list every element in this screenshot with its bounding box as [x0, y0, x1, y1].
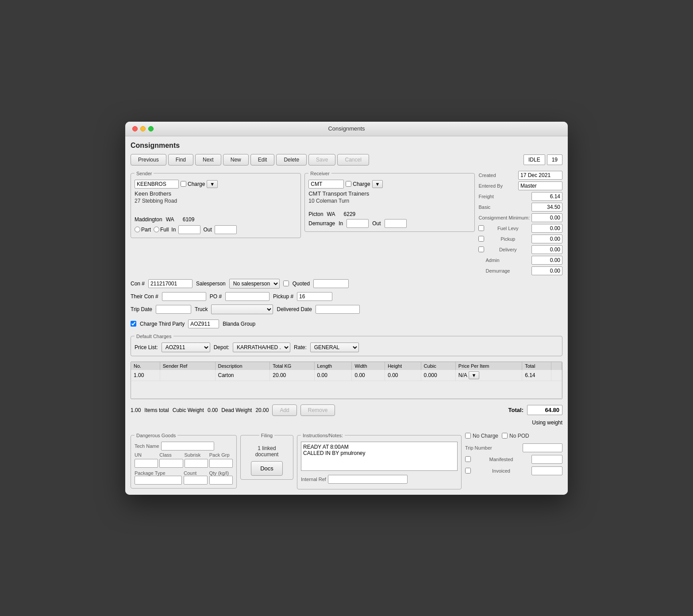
sender-in-input[interactable] [178, 225, 200, 234]
fuel-levy-input[interactable] [531, 224, 562, 233]
sender-part-radio: Part [135, 227, 151, 233]
fuel-levy-checkbox[interactable] [478, 225, 484, 231]
receiver-code-input[interactable] [308, 180, 344, 189]
receiver-dropdown-btn[interactable]: ▼ [372, 180, 383, 188]
pickup-num-input[interactable] [297, 292, 332, 301]
next-button[interactable]: Next [195, 154, 221, 166]
new-button[interactable]: New [223, 154, 249, 166]
cubic-weight-label: Cubic Weight [173, 407, 204, 413]
save-button[interactable]: Save [308, 154, 335, 166]
docs-button[interactable]: Docs [251, 461, 283, 476]
trip-number-label: Trip Number [465, 445, 492, 450]
manifested-input[interactable] [531, 455, 562, 464]
traffic-lights [132, 126, 154, 131]
delivered-date-input[interactable] [316, 305, 360, 314]
status-indicator: IDLE [524, 154, 545, 165]
trip-date-label: Trip Date [131, 306, 152, 312]
un-input[interactable] [135, 459, 158, 468]
quoted-input[interactable] [313, 279, 349, 288]
close-button[interactable] [132, 126, 138, 131]
sender-dropdown-btn[interactable]: ▼ [207, 180, 218, 188]
sender-full-radio-input[interactable] [154, 227, 159, 232]
receiver-charge-label: Charge [353, 181, 370, 187]
basic-input[interactable] [531, 203, 562, 212]
freight-input[interactable] [531, 192, 562, 201]
third-party-code-input[interactable] [188, 320, 219, 328]
salesperson-select[interactable]: No salesperson [229, 279, 280, 289]
find-button[interactable]: Find [168, 154, 193, 166]
cancel-button[interactable]: Cancel [337, 154, 369, 166]
internal-ref-label: Internal Ref [301, 477, 326, 482]
invoiced-checkbox[interactable] [465, 468, 471, 474]
sender-part-radio-input[interactable] [135, 227, 140, 232]
price-dropdown-btn[interactable]: ▼ [469, 371, 480, 379]
salesperson-label: Salesperson [196, 281, 226, 287]
pickup-row: Pickup [478, 235, 562, 243]
total-value: 64.80 [527, 405, 562, 415]
fuel-levy-label: Fuel Levy [497, 226, 519, 231]
tech-name-input[interactable] [161, 442, 214, 450]
col-height: Height [385, 362, 421, 370]
internal-ref-input[interactable] [328, 475, 408, 484]
demurrage-out-input[interactable] [385, 219, 407, 228]
admin-input[interactable] [531, 256, 562, 265]
class-label: Class [159, 452, 183, 458]
count-group: Count [184, 470, 208, 485]
pickup-checkbox[interactable] [478, 236, 484, 242]
dg-legend: Dangerous Goods [135, 433, 177, 438]
notes-textarea[interactable]: READY AT 8:00AM CALLED IN BY pmulroney [301, 442, 458, 471]
add-button[interactable]: Add [272, 404, 296, 416]
created-input[interactable] [518, 171, 562, 180]
truck-select[interactable] [211, 304, 273, 314]
delete-button[interactable]: Delete [276, 154, 307, 166]
demurrage-in-input[interactable] [346, 219, 369, 228]
sender-charge-checkbox[interactable] [181, 181, 186, 187]
cell-sender-ref [160, 370, 215, 381]
sender-fieldset: Sender Charge ▼ Keen Brothers 27 Stebbin… [131, 171, 301, 238]
consignment-min-input[interactable] [531, 213, 562, 222]
receiver-charge-checkbox[interactable] [346, 181, 351, 187]
sender-out-input[interactable] [215, 225, 237, 234]
no-charge-checkbox[interactable] [465, 433, 471, 439]
cell-length: 0.00 [314, 370, 352, 381]
count-input[interactable] [184, 476, 208, 485]
pickup-hash-label: Pickup # [273, 293, 293, 300]
pickup-input[interactable] [531, 235, 562, 243]
price-list-select[interactable]: AOZ911 [162, 343, 210, 352]
rate-select[interactable]: GENERAL [310, 343, 359, 352]
demurrage-meta-input[interactable] [531, 266, 562, 275]
trip-date-input[interactable] [156, 305, 191, 314]
pack-grp-input[interactable] [209, 459, 233, 468]
third-party-checkbox[interactable] [131, 321, 136, 327]
sender-address-line: Maddington WA 6109 [135, 216, 297, 223]
depot-select[interactable]: KARRATHA/HED ... [233, 343, 290, 352]
table-row[interactable]: 1.00 Carton 20.00 0.00 0.00 0.00 0.000 N… [131, 370, 562, 381]
class-input[interactable] [159, 459, 183, 468]
package-type-input[interactable] [135, 476, 182, 485]
their-con-input[interactable] [162, 292, 206, 301]
trip-number-input[interactable] [523, 443, 562, 452]
filing-fieldset: Filing 1 linked document Docs [240, 433, 293, 480]
delivery-input[interactable] [531, 245, 562, 254]
maximize-button[interactable] [148, 126, 154, 131]
delivery-checkbox[interactable] [478, 246, 484, 252]
sender-code-input[interactable] [135, 180, 179, 189]
qty-input[interactable] [209, 476, 233, 485]
main-window: Consignments Consignments Previous Find … [125, 122, 568, 495]
remove-button[interactable]: Remove [300, 404, 335, 416]
demurrage-meta-row: Demurrage [478, 266, 562, 275]
receiver-city: Picton [308, 211, 323, 217]
subrisk-input[interactable] [185, 459, 208, 468]
manifested-label: Manifested [489, 457, 513, 462]
entered-by-input[interactable] [518, 181, 562, 190]
minimize-button[interactable] [140, 126, 146, 131]
no-pod-checkbox[interactable] [502, 433, 508, 439]
con-input[interactable] [148, 279, 192, 288]
po-input[interactable] [225, 292, 270, 301]
manifested-checkbox[interactable] [465, 456, 471, 462]
quoted-checkbox[interactable] [283, 281, 289, 286]
edit-button[interactable]: Edit [250, 154, 275, 166]
trip-date-row: Trip Date Truck Delivered Date [131, 304, 562, 314]
previous-button[interactable]: Previous [131, 154, 166, 166]
invoiced-input[interactable] [531, 466, 562, 475]
